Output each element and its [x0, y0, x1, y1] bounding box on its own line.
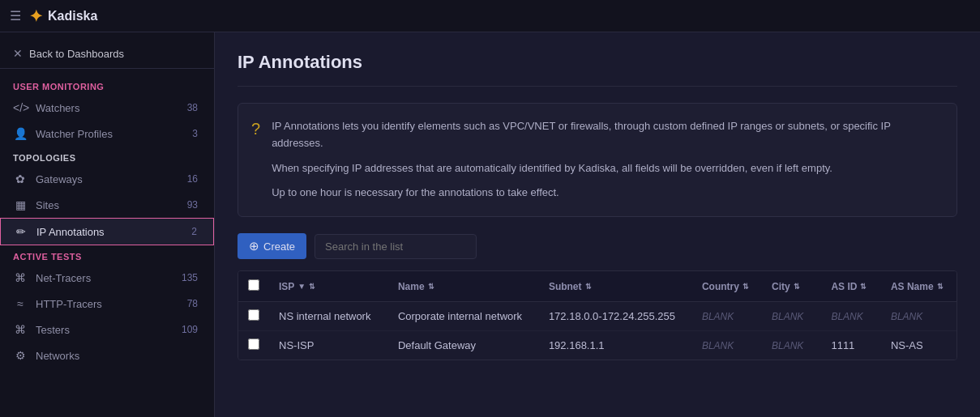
networks-badge — [195, 355, 201, 356]
col-header-isp[interactable]: ISP ▼ ⇅ — [269, 271, 388, 302]
http-tracers-badge: 78 — [184, 297, 201, 310]
info-line2: When specifying IP addresses that are au… — [272, 160, 940, 177]
annotations-table: ISP ▼ ⇅ Name ⇅ — [238, 270, 957, 360]
row0-country-blank: BLANK — [702, 311, 734, 322]
header-checkbox-cell — [238, 271, 269, 302]
asid-sort-icon: ⇅ — [860, 283, 867, 291]
asname-col-label: AS Name — [891, 281, 934, 292]
row0-asname-blank: BLANK — [891, 311, 922, 322]
col-header-country[interactable]: Country ⇅ — [692, 271, 762, 302]
gateways-label: Gateways — [36, 173, 176, 185]
net-tracers-icon: ⌘ — [13, 271, 28, 284]
topbar: ☰ ✦ Kadiska — [0, 0, 980, 32]
isp-sort-icon: ⇅ — [309, 283, 315, 291]
select-all-checkbox[interactable] — [248, 279, 259, 291]
watcher-profiles-badge: 3 — [189, 127, 201, 140]
isp-col-label: ISP — [279, 281, 294, 292]
gear-icon: ✿ — [13, 172, 28, 185]
sidebar-item-networks[interactable]: ⚙ Networks — [0, 343, 214, 368]
row1-asname: NS-AS — [881, 331, 956, 360]
row1-city-blank: BLANK — [772, 340, 803, 351]
row1-checkbox[interactable] — [248, 338, 259, 350]
row0-name: Corporate internal network — [388, 302, 539, 331]
col-header-as-name[interactable]: AS Name ⇅ — [881, 271, 956, 302]
logo-text: Kadiska — [48, 9, 97, 23]
table-row: NS internal network Corporate internal n… — [238, 302, 956, 331]
menu-icon[interactable]: ☰ — [10, 8, 21, 23]
isp-dropdown-caret: ▼ — [297, 282, 306, 291]
gateways-badge: 16 — [184, 172, 201, 185]
testers-label: Testers — [36, 324, 170, 336]
col-header-subnet[interactable]: Subnet ⇅ — [539, 271, 692, 302]
section-label-user-monitoring: User Monitoring — [0, 75, 214, 95]
name-col-label: Name — [398, 281, 425, 292]
section-label-active-tests: Active Tests — [0, 245, 214, 265]
sidebar-item-gateways[interactable]: ✿ Gateways 16 — [0, 166, 214, 192]
asname-sort-icon: ⇅ — [937, 283, 944, 291]
row0-subnet: 172.18.0.0-172.24.255.255 — [539, 302, 692, 331]
watchers-label: Watchers — [36, 102, 176, 114]
sidebar-item-ip-annotations[interactable]: ✏ IP Annotations 2 — [0, 218, 214, 245]
asid-col-label: AS ID — [831, 281, 857, 292]
logo: ✦ Kadiska — [29, 6, 97, 26]
row1-country-blank: BLANK — [702, 340, 734, 351]
watcher-profiles-label: Watcher Profiles — [36, 128, 181, 140]
col-header-city[interactable]: City ⇅ — [762, 271, 821, 302]
row1-asid: 1111 — [821, 331, 880, 360]
subnet-col-label: Subnet — [549, 281, 582, 292]
section-label-topologies: Topologies — [0, 147, 214, 166]
sidebar-item-testers[interactable]: ⌘ Testers 109 — [0, 317, 214, 343]
col-header-name[interactable]: Name ⇅ — [388, 271, 539, 302]
edit-icon: ✏ — [14, 225, 28, 238]
close-icon: ✕ — [13, 47, 23, 60]
back-to-dashboards-button[interactable]: ✕ Back to Dashboards — [0, 39, 214, 69]
info-line3: Up to one hour is necessary for the anno… — [272, 185, 940, 202]
table-row: NS-ISP Default Gateway 192.168.1.1 BLANK… — [238, 331, 956, 360]
table-header-row: ISP ▼ ⇅ Name ⇅ — [238, 271, 956, 302]
networks-icon: ⚙ — [13, 349, 28, 362]
row1-checkbox-cell — [238, 331, 269, 360]
sidebar-item-net-tracers[interactable]: ⌘ Net-Tracers 135 — [0, 265, 214, 291]
plus-icon: ⊕ — [249, 239, 259, 253]
row1-city: BLANK — [762, 331, 821, 360]
row1-isp: NS-ISP — [269, 331, 388, 360]
info-box-text: IP Annotations lets you identify element… — [272, 118, 940, 202]
sites-badge: 93 — [184, 198, 201, 211]
col-header-as-id[interactable]: AS ID ⇅ — [821, 271, 880, 302]
sidebar-item-watchers[interactable]: </> Watchers 38 — [0, 95, 214, 121]
create-button[interactable]: ⊕ Create — [238, 233, 306, 259]
http-tracers-icon: ≈ — [13, 297, 28, 310]
net-tracers-label: Net-Tracers — [36, 272, 170, 284]
info-line1: IP Annotations lets you identify element… — [272, 118, 940, 152]
user-icon: 👤 — [13, 127, 28, 140]
row1-name: Default Gateway — [388, 331, 539, 360]
search-input[interactable] — [315, 234, 477, 259]
info-box: ? IP Annotations lets you identify eleme… — [238, 103, 957, 217]
ip-annotations-label: IP Annotations — [36, 226, 180, 238]
sidebar-item-http-tracers[interactable]: ≈ HTTP-Tracers 78 — [0, 291, 214, 317]
row0-asname: BLANK — [881, 302, 956, 331]
info-icon: ? — [251, 120, 260, 202]
row1-subnet: 192.168.1.1 — [539, 331, 692, 360]
row0-checkbox[interactable] — [248, 309, 259, 321]
row0-asid: BLANK — [821, 302, 880, 331]
net-tracers-badge: 135 — [178, 271, 201, 284]
sidebar-item-sites[interactable]: ▦ Sites 93 — [0, 192, 214, 218]
watchers-badge: 38 — [184, 101, 201, 114]
row0-checkbox-cell — [238, 302, 269, 331]
country-sort-icon: ⇅ — [742, 283, 749, 291]
country-col-label: Country — [702, 281, 739, 292]
testers-badge: 109 — [178, 323, 201, 336]
sites-label: Sites — [36, 199, 176, 211]
name-sort-icon: ⇅ — [428, 283, 434, 291]
http-tracers-label: HTTP-Tracers — [36, 298, 176, 310]
row0-country: BLANK — [692, 302, 762, 331]
row0-asid-blank: BLANK — [831, 311, 862, 322]
networks-label: Networks — [36, 350, 186, 362]
testers-icon: ⌘ — [13, 323, 28, 336]
back-label: Back to Dashboards — [29, 48, 124, 60]
row1-country: BLANK — [692, 331, 762, 360]
create-label: Create — [263, 240, 295, 253]
logo-icon: ✦ — [29, 6, 43, 26]
sidebar-item-watcher-profiles[interactable]: 👤 Watcher Profiles 3 — [0, 121, 214, 147]
